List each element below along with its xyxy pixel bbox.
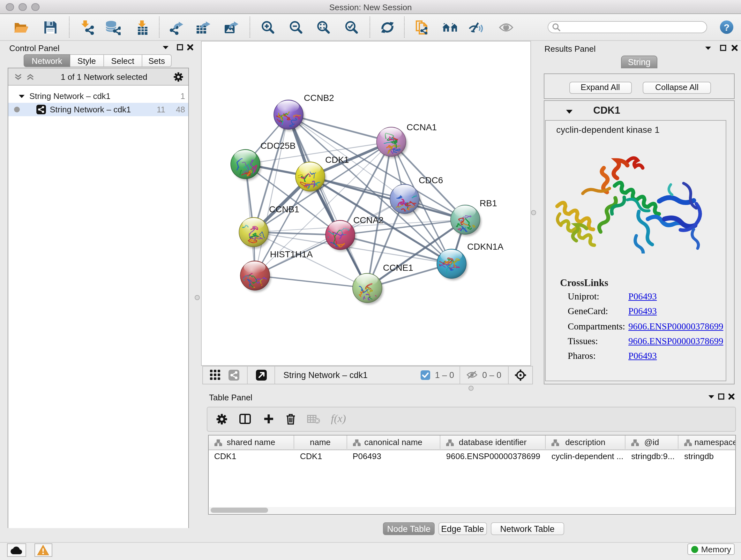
fit-selected-icon[interactable] <box>514 369 526 381</box>
control-panel-float-icon[interactable] <box>177 44 183 50</box>
column-header-name[interactable]: name <box>294 435 347 449</box>
save-session-icon[interactable] <box>43 20 58 35</box>
table-panel-close-icon[interactable] <box>728 393 734 400</box>
control-panel-menu-icon[interactable] <box>162 44 169 50</box>
tab-network-table[interactable]: Network Table <box>490 522 564 535</box>
column-header-shared-name[interactable]: shared name <box>208 435 294 449</box>
tab-sets[interactable]: Sets <box>142 54 172 67</box>
collapse-all-networks-icon[interactable] <box>14 73 22 80</box>
cell-canonical-name[interactable]: P06493 <box>347 449 441 462</box>
tab-string[interactable]: String <box>621 56 657 68</box>
import-network-database-icon[interactable] <box>105 20 121 35</box>
function-builder-icon[interactable]: f(x) <box>331 413 346 426</box>
node-CCNE1[interactable] <box>353 273 383 308</box>
hidden-eye-icon[interactable] <box>466 370 478 379</box>
column-header--id[interactable]: @id <box>625 435 678 449</box>
export-table-icon[interactable] <box>195 20 210 35</box>
cell-description[interactable]: cyclin-dependent ... <box>546 449 625 462</box>
delete-column-icon[interactable] <box>286 414 295 425</box>
clone-network-icon[interactable] <box>415 20 430 35</box>
expand-all-networks-icon[interactable] <box>26 73 35 80</box>
expand-all-button[interactable]: Expand All <box>569 81 631 94</box>
export-network-icon[interactable] <box>168 20 184 35</box>
left-splitter-grip[interactable] <box>195 295 200 300</box>
column-header-database-identifier[interactable]: database identifier <box>441 435 546 449</box>
crosslink-link[interactable]: P06493 <box>628 351 657 361</box>
network-share-icon[interactable] <box>228 369 239 380</box>
table-settings-gear-icon[interactable] <box>216 414 227 425</box>
zoom-out-icon[interactable] <box>288 20 304 35</box>
collection-expander-icon[interactable] <box>18 94 25 99</box>
node-table[interactable]: shared namenamecanonical namedatabase id… <box>208 435 736 515</box>
tab-network[interactable]: Network <box>23 54 70 67</box>
open-session-icon[interactable] <box>13 20 28 35</box>
zoom-fit-icon[interactable] <box>316 20 331 35</box>
entry-expander-icon[interactable] <box>565 109 573 114</box>
control-panel-close-icon[interactable] <box>187 44 193 50</box>
node-CCNB1[interactable] <box>237 217 270 249</box>
memory-button[interactable]: Memory <box>687 543 735 555</box>
column-header-namespace[interactable]: namespace <box>678 435 736 449</box>
node-CDKN1A[interactable] <box>434 249 468 280</box>
crosslink-row: Pharos: P06493 <box>568 351 724 366</box>
results-panel-close-icon[interactable] <box>731 44 738 51</box>
show-columns-icon[interactable] <box>239 414 251 424</box>
crosslink-link[interactable]: P06493 <box>628 306 657 317</box>
tab-select[interactable]: Select <box>104 54 142 67</box>
network-row[interactable]: String Network – cdk1 11 48 <box>8 103 188 116</box>
warning-button[interactable] <box>34 543 52 557</box>
hide-graphics-icon[interactable] <box>468 20 484 35</box>
right-splitter-grip[interactable] <box>531 210 536 215</box>
home-stringify-icon[interactable] <box>441 20 457 35</box>
table-panel-float-icon[interactable] <box>718 393 724 400</box>
table-panel-menu-icon[interactable] <box>708 394 715 399</box>
tab-edge-table[interactable]: Edge Table <box>439 522 487 535</box>
refresh-icon[interactable] <box>380 20 395 35</box>
results-panel-menu-icon[interactable] <box>704 45 712 50</box>
zoom-in-icon[interactable] <box>260 20 276 35</box>
import-table-file-icon[interactable] <box>134 20 150 35</box>
collapse-all-button[interactable]: Collapse All <box>643 81 711 94</box>
column-header-canonical-name[interactable]: canonical name <box>347 435 441 449</box>
node-RB1[interactable] <box>451 205 481 236</box>
help-icon[interactable]: ? <box>720 20 733 34</box>
cell-shared-name[interactable]: CDK1 <box>208 449 294 462</box>
crosslink-link[interactable]: 9606.ENSP00000378699 <box>628 336 724 347</box>
show-graphics-icon[interactable] <box>498 20 514 35</box>
network-graph[interactable]: CCNB2CCNA1CDC25BCDK1CDC6RB1CCNB1CCNA2CDK… <box>202 42 530 365</box>
crosslink-link[interactable]: 9606.ENSP00000378699 <box>628 321 724 332</box>
edge-HIST1H1A-CCNE1[interactable] <box>255 275 367 288</box>
tab-node-table[interactable]: Node Table <box>383 522 434 535</box>
tab-style[interactable]: Style <box>70 54 104 67</box>
cell-name[interactable]: CDK1 <box>294 449 347 462</box>
edge-CCNA2-CDKN1A[interactable] <box>340 235 452 264</box>
bottom-splitter-grip[interactable] <box>468 385 473 390</box>
birds-eye-view-icon[interactable] <box>210 370 220 380</box>
results-panel-float-icon[interactable] <box>720 44 726 51</box>
open-in-window-icon[interactable] <box>256 369 267 380</box>
node-CCNA2[interactable] <box>326 220 356 254</box>
add-column-icon[interactable] <box>263 414 273 424</box>
network-view-canvas[interactable]: CCNB2CCNA1CDC25BCDK1CDC6RB1CCNB1CCNA2CDK… <box>201 41 531 366</box>
table-row[interactable]: CDK1CDK1P064939606.ENSP00000378699cyclin… <box>208 449 736 462</box>
import-network-file-icon[interactable] <box>79 20 94 35</box>
node-CDC25B[interactable] <box>231 149 261 181</box>
delete-table-icon[interactable] <box>307 415 320 424</box>
node-CCNA1[interactable] <box>377 127 407 159</box>
selected-checkbox-icon[interactable] <box>421 370 430 380</box>
cell-namespace[interactable]: stringdb <box>678 449 736 462</box>
cell-database-identifier[interactable]: 9606.ENSP00000378699 <box>441 449 546 462</box>
crosslink-link[interactable]: P06493 <box>628 291 657 302</box>
zoom-selected-icon[interactable] <box>344 20 359 35</box>
scrollbar-thumb[interactable] <box>210 507 268 512</box>
table-horizontal-scrollbar[interactable] <box>209 507 736 513</box>
network-collection-row[interactable]: String Network – cdk1 1 <box>8 89 188 103</box>
column-header-description[interactable]: description <box>546 435 625 449</box>
search-input[interactable] <box>563 22 693 32</box>
network-options-gear-icon[interactable] <box>174 72 183 81</box>
search-box[interactable] <box>548 21 707 33</box>
cell--id[interactable]: stringdb:9... <box>625 449 678 462</box>
cloud-button[interactable] <box>7 543 26 557</box>
node-HIST1H1A[interactable] <box>236 261 271 297</box>
export-image-icon[interactable] <box>223 20 239 35</box>
